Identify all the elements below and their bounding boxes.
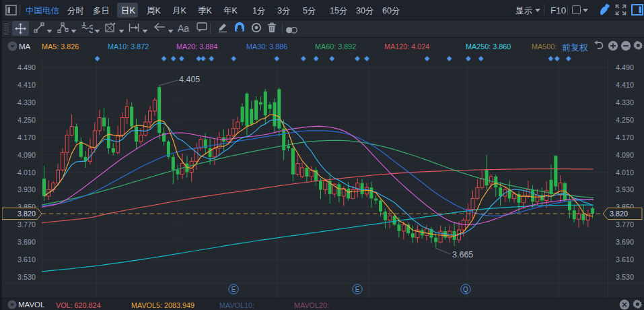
svg-text:3.820: 3.820 xyxy=(17,210,36,218)
svg-text:3.770: 3.770 xyxy=(616,220,634,228)
svg-text:4.010: 4.010 xyxy=(616,168,634,177)
svg-text:4.330: 4.330 xyxy=(17,98,36,106)
svg-text:4.410: 4.410 xyxy=(616,81,634,89)
svg-text:4.250: 4.250 xyxy=(17,116,36,124)
svg-text:3.665: 3.665 xyxy=(452,250,473,259)
svg-text:3.930: 3.930 xyxy=(17,185,36,193)
svg-text:4.330: 4.330 xyxy=(616,98,634,106)
svg-text:4.410: 4.410 xyxy=(17,81,36,89)
svg-text:3.530: 3.530 xyxy=(17,273,36,281)
svg-text:E: E xyxy=(355,286,360,293)
svg-text:4.170: 4.170 xyxy=(616,133,634,142)
svg-text:4.010: 4.010 xyxy=(17,168,36,177)
svg-text:4.490: 4.490 xyxy=(17,63,36,71)
svg-text:E: E xyxy=(231,286,236,293)
svg-text:3: 3 xyxy=(89,24,93,34)
svg-text:3.930: 3.930 xyxy=(616,185,634,193)
svg-text:Q: Q xyxy=(463,286,468,293)
svg-text:4.090: 4.090 xyxy=(17,151,36,159)
svg-text:3.690: 3.690 xyxy=(616,238,634,246)
svg-text:4.405: 4.405 xyxy=(179,75,200,84)
svg-text:4.490: 4.490 xyxy=(616,63,634,71)
svg-text:3.610: 3.610 xyxy=(616,255,634,264)
svg-text:4.250: 4.250 xyxy=(616,116,634,124)
svg-text:3.770: 3.770 xyxy=(17,220,36,228)
svg-text:3.530: 3.530 xyxy=(616,273,634,281)
svg-text:4.170: 4.170 xyxy=(17,133,36,142)
svg-text:3.610: 3.610 xyxy=(17,255,36,264)
svg-text:3.690: 3.690 xyxy=(17,238,36,246)
svg-text:3.820: 3.820 xyxy=(610,210,628,218)
svg-text:4.090: 4.090 xyxy=(616,151,634,159)
